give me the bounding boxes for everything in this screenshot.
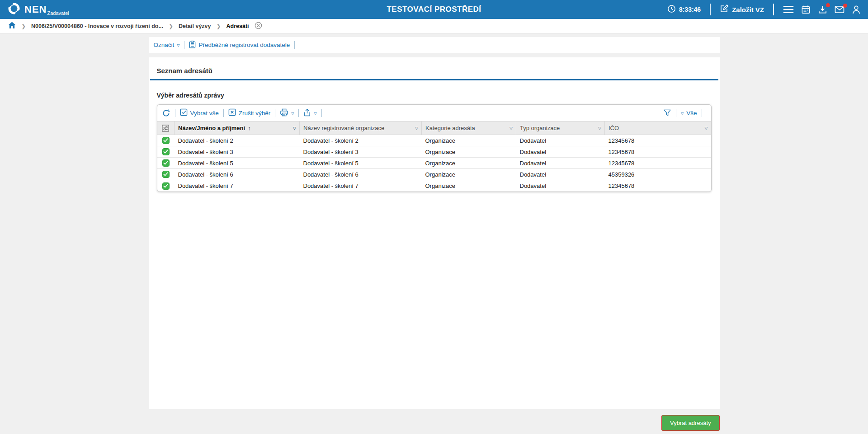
column-header-name[interactable]: Název/Jméno a příjmení↑ ▽ (175, 121, 300, 135)
column-label: IČO (609, 125, 619, 131)
brand-text: NEN Zadavatel (24, 5, 69, 14)
filter-triangle-icon[interactable]: ▽ (293, 126, 296, 131)
cell-category: Organizace (422, 169, 516, 180)
select-all-label: Vybrat vše (190, 110, 219, 117)
clipboard-icon (189, 41, 196, 50)
column-settings-header[interactable] (157, 121, 175, 135)
row-checkbox-checked[interactable] (162, 159, 170, 167)
select-addressees-button[interactable]: Vybrat adresáty (661, 415, 720, 431)
close-tab-icon[interactable] (255, 22, 262, 31)
cell-organization: Dodavatel - školení 7 (300, 180, 422, 191)
user-icon[interactable] (852, 5, 861, 14)
section-subtitle: Výběr adresátů zprávy (149, 80, 720, 104)
sort-asc-icon: ↑ (248, 125, 251, 131)
cell-type: Dodavatel (516, 158, 605, 169)
home-icon[interactable] (8, 22, 16, 30)
chevron-right-icon: ❯ (169, 23, 173, 29)
column-header-organization[interactable]: Název registrované organizace ▽ (300, 121, 422, 135)
cell-ico: 12345678 (605, 158, 711, 169)
dropdown-triangle-icon: ▽ (681, 112, 684, 116)
toolbar-divider (223, 109, 224, 117)
cell-category: Organizace (422, 146, 516, 158)
brand-area[interactable]: NEN Zadavatel (7, 2, 69, 17)
topbar: NEN Zadavatel TESTOVACÍ PROSTŘEDÍ 8:33:4… (0, 0, 868, 19)
select-all-button[interactable]: Vybrat vše (180, 108, 219, 117)
filter-preset-dropdown[interactable]: ▽ Vše (681, 110, 697, 117)
breadcrumb: ❯ N006/25/V00004860 - Inovace v rozvoji … (0, 19, 868, 33)
row-checkbox-checked[interactable] (162, 171, 170, 178)
cell-name: Dodavatel - školení 3 (175, 146, 300, 158)
cell-ico: 12345678 (605, 135, 711, 146)
column-header-ico[interactable]: IČO ▽ (605, 121, 711, 135)
table-row[interactable]: Dodavatel - školení 2 Dodavatel - školen… (157, 135, 711, 146)
breadcrumb-item-procurement[interactable]: N006/25/V00004860 - Inovace v rozvoji ří… (31, 23, 163, 29)
cell-organization: Dodavatel - školení 2 (300, 135, 422, 146)
row-checkbox-checked[interactable] (162, 148, 170, 155)
breadcrumb-item-detail[interactable]: Detail výzvy (179, 23, 211, 29)
breadcrumb-item-adresati: Adresáti (226, 23, 249, 29)
row-checkbox-checked[interactable] (162, 182, 170, 190)
cell-organization: Dodavatel - školení 5 (300, 158, 422, 169)
cell-category: Organizace (422, 180, 516, 191)
chevron-right-icon: ❯ (217, 23, 221, 29)
mark-label: Označit (154, 42, 175, 48)
column-label: Název/Jméno a příjmení (178, 125, 245, 131)
topbar-divider (710, 4, 711, 15)
cell-category: Organizace (422, 135, 516, 146)
mail-icon[interactable] (835, 5, 844, 14)
filter-triangle-icon[interactable]: ▽ (705, 126, 708, 131)
topbar-actions: 8:33:46 Založit VZ (667, 4, 861, 15)
main-panel: Seznam adresátů Výběr adresátů zprávy (149, 57, 720, 409)
table-row[interactable]: Dodavatel - školení 5 Dodavatel - školen… (157, 158, 711, 169)
column-header-category[interactable]: Kategorie adresáta ▽ (422, 121, 516, 135)
cell-organization: Dodavatel - školení 6 (300, 169, 422, 180)
clear-selection-label: Zrušit výběr (239, 110, 271, 117)
cell-name: Dodavatel - školení 7 (175, 180, 300, 191)
addressees-grid: Vybrat vše Zrušit výběr (157, 104, 712, 192)
downloads-icon[interactable] (818, 5, 827, 14)
toolbar-divider (275, 109, 275, 117)
brand-name: NEN (24, 5, 47, 14)
table-header-row: Název/Jméno a příjmení↑ ▽ Název registro… (157, 121, 711, 135)
toolbar-divider (294, 41, 295, 49)
column-label: Název registrované organizace (303, 125, 384, 131)
create-vz-button[interactable]: Založit VZ (720, 4, 764, 15)
filter-triangle-icon[interactable]: ▽ (509, 126, 513, 131)
refresh-button[interactable] (162, 109, 170, 117)
dropdown-triangle-icon: ▽ (177, 43, 179, 47)
filter-triangle-icon[interactable]: ▽ (598, 126, 601, 131)
filter-triangle-icon[interactable]: ▽ (415, 126, 418, 131)
row-checkbox-checked[interactable] (162, 137, 170, 144)
toolbar-divider (702, 109, 702, 117)
cell-type: Dodavatel (516, 169, 605, 180)
dropdown-triangle-icon: ▽ (314, 112, 316, 116)
chevron-right-icon: ❯ (21, 23, 26, 29)
table-row[interactable]: Dodavatel - školení 6 Dodavatel - školen… (157, 169, 711, 180)
topbar-divider (773, 4, 774, 15)
create-vz-label: Založit VZ (732, 6, 764, 14)
mark-menu-button[interactable]: Označit ▽ (154, 42, 180, 48)
clear-selection-button[interactable]: Zrušit výběr (228, 108, 271, 117)
clock-icon (667, 5, 676, 15)
cell-type: Dodavatel (516, 146, 605, 158)
column-header-type[interactable]: Typ organizace ▽ (516, 121, 605, 135)
column-label: Typ organizace (520, 125, 560, 131)
cell-type: Dodavatel (516, 135, 605, 146)
clock-widget: 8:33:46 (667, 5, 701, 15)
nen-logo-icon (7, 2, 21, 17)
preregister-supplier-button[interactable]: Předběžně registrovat dodavatele (189, 41, 290, 50)
export-button[interactable]: ▽ (303, 108, 316, 118)
filter-button[interactable] (663, 109, 671, 117)
calendar-icon[interactable] (801, 5, 811, 14)
share-export-icon (303, 108, 311, 118)
table-row[interactable]: Dodavatel - školení 3 Dodavatel - školen… (157, 146, 711, 158)
cell-type: Dodavatel (516, 180, 605, 191)
column-settings-icon (161, 125, 171, 132)
table-row[interactable]: Dodavatel - školení 7 Dodavatel - školen… (157, 180, 711, 191)
cell-ico: 12345678 (605, 146, 711, 158)
content-area: Označit ▽ Předběžně registrovat dodavate… (149, 37, 720, 431)
preregister-label: Předběžně registrovat dodavatele (198, 42, 290, 48)
print-button[interactable]: ▽ (280, 108, 294, 118)
environment-title: TESTOVACÍ PROSTŘEDÍ (387, 5, 481, 14)
menu-icon[interactable] (783, 5, 794, 14)
